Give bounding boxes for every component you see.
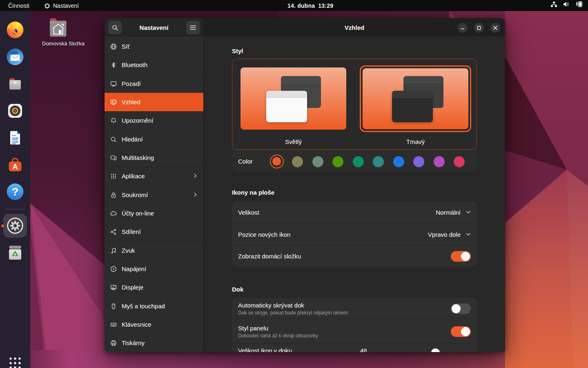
svg-text:?: ?	[12, 186, 18, 198]
svg-text:A: A	[12, 162, 18, 171]
